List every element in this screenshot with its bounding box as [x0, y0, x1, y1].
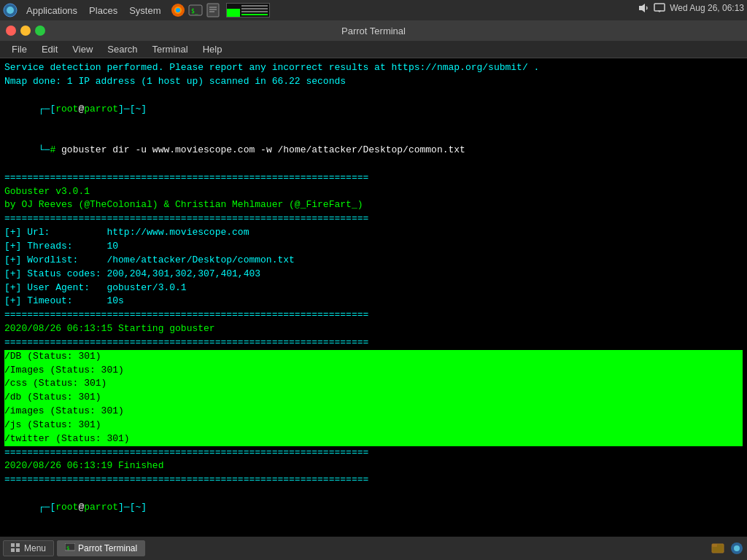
menu-grid-icon: [11, 543, 21, 553]
firefox-icon[interactable]: [171, 3, 185, 18]
svg-rect-7: [207, 4, 219, 17]
menu-file[interactable]: File: [4, 42, 34, 56]
file-manager-icon[interactable]: [711, 541, 725, 556]
svg-rect-17: [11, 548, 15, 552]
svg-rect-12: [654, 4, 665, 11]
terminal-line: Service detection performed. Please repo…: [4, 61, 743, 75]
systray: Wed Aug 26, 06:13: [638, 2, 744, 14]
minimize-button[interactable]: [20, 26, 31, 36]
result-line: /Images (Status: 301): [4, 364, 743, 378]
menu-terminal[interactable]: Terminal: [145, 42, 196, 56]
terminal-line: Nmap done: 1 IP address (1 host up) scan…: [4, 75, 743, 89]
result-line: /css (Status: 301): [4, 377, 743, 391]
window-title: Parrot Terminal: [341, 26, 406, 36]
taskbar-right: [711, 541, 744, 556]
terminal-line: 2020/08/26 06:13:19 Finished: [4, 459, 743, 473]
terminal-cmd-line: └─# gobuster dir -u www.moviescope.com -…: [4, 130, 743, 171]
terminal-input-line[interactable]: └─#: [4, 529, 743, 537]
terminal-taskbar-label: Parrot Terminal: [78, 543, 137, 553]
window-menubar: File Edit View Search Terminal Help: [0, 41, 747, 58]
terminal-line: [+] Url: http://www.moviescope.com: [4, 226, 743, 240]
divider-line: ========================================…: [4, 212, 743, 226]
divider-line: ========================================…: [4, 308, 743, 322]
places-menu[interactable]: Places: [83, 4, 123, 18]
svg-rect-22: [712, 544, 717, 547]
svg-rect-15: [11, 543, 15, 547]
terminal-prompt-line: ┌─[root@parrot]─[~]: [4, 487, 743, 529]
terminal-taskbar-button[interactable]: $ Parrot Terminal: [57, 540, 145, 556]
terminal-window: Parrot Terminal File Edit View Search Te…: [0, 20, 747, 537]
close-button[interactable]: [6, 26, 16, 36]
window-thumbnail[interactable]: [226, 3, 270, 18]
svg-text:$: $: [66, 545, 69, 551]
system-menu[interactable]: System: [123, 4, 166, 18]
divider-line: ========================================…: [4, 446, 743, 460]
svg-point-4: [176, 8, 180, 12]
maximize-button[interactable]: [35, 26, 45, 36]
menu-view[interactable]: View: [65, 42, 100, 56]
terminal-line: [+] Status codes: 200,204,301,302,307,40…: [4, 268, 743, 281]
divider-line: ========================================…: [4, 171, 743, 185]
window-titlebar: Parrot Terminal: [0, 20, 747, 41]
parrot-logo: [3, 3, 18, 18]
svg-point-24: [734, 545, 740, 551]
terminal-line: by OJ Reeves (@TheColonial) & Christian …: [4, 198, 743, 212]
svg-marker-11: [639, 4, 645, 12]
divider-line: ========================================…: [4, 336, 743, 350]
terminal-line: [+] Timeout: 10s: [4, 295, 743, 308]
monitor-icon: [654, 2, 665, 14]
svg-rect-18: [16, 548, 20, 552]
terminal-prompt-line: ┌─[root@parrot]─[~]: [4, 89, 743, 131]
notes-icon[interactable]: [206, 3, 220, 18]
terminal-line: [+] User Agent: gobuster/3.0.1: [4, 281, 743, 295]
divider-line: ========================================…: [4, 473, 743, 487]
svg-rect-16: [16, 543, 20, 547]
result-line: /DB (Status: 301): [4, 350, 743, 364]
terminal-line: 2020/08/26 06:13:15 Starting gobuster: [4, 322, 743, 336]
svg-text:$_: $_: [191, 8, 198, 15]
speaker-icon: [638, 2, 649, 14]
applications-menu[interactable]: Applications: [20, 4, 83, 18]
menu-button-label: Menu: [24, 543, 46, 553]
datetime-display: Wed Aug 26, 06:13: [670, 3, 744, 13]
result-line: /db (Status: 301): [4, 391, 743, 405]
window-controls: [6, 26, 45, 36]
menu-help[interactable]: Help: [196, 42, 230, 56]
taskbar: Menu $ Parrot Terminal: [0, 537, 747, 560]
svg-point-1: [7, 7, 14, 14]
result-line: /images (Status: 301): [4, 405, 743, 419]
terminal-content[interactable]: Service detection performed. Please repo…: [0, 58, 747, 537]
terminal-icon[interactable]: $_: [188, 3, 203, 18]
menu-edit[interactable]: Edit: [34, 42, 65, 56]
result-line: /twitter (Status: 301): [4, 432, 743, 446]
result-line: /js (Status: 301): [4, 419, 743, 432]
terminal-line: [+] Threads: 10: [4, 240, 743, 254]
topbar: Applications Places System $_: [0, 0, 747, 20]
terminal-small-icon: $: [65, 543, 75, 553]
parrot-taskbar-icon[interactable]: [729, 541, 744, 556]
terminal-line: [+] Wordlist: /home/attacker/Desktop/com…: [4, 254, 743, 268]
terminal-line: Gobuster v3.0.1: [4, 185, 743, 199]
menu-button[interactable]: Menu: [3, 540, 54, 556]
menu-search[interactable]: Search: [100, 42, 144, 56]
